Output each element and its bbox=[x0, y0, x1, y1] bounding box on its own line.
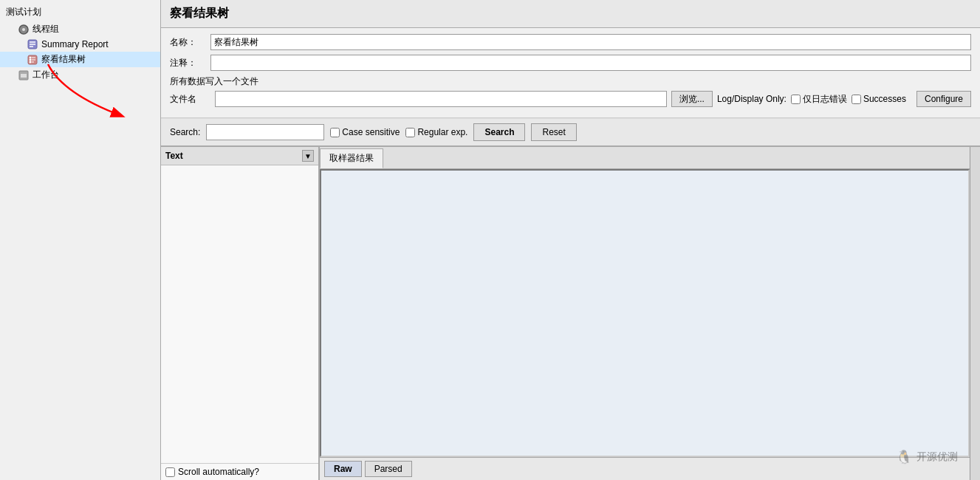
search-bar: Search: Case sensitive Regular exp. Sear… bbox=[161, 118, 980, 146]
sidebar-item-thread-group[interactable]: 线程组 bbox=[0, 21, 160, 37]
scrollbar-track bbox=[970, 147, 980, 480]
svg-point-1 bbox=[22, 28, 25, 31]
name-row: 名称： bbox=[170, 34, 971, 50]
right-scrollbar[interactable] bbox=[970, 147, 980, 480]
log-display-label: Log/Display Only: bbox=[717, 94, 787, 104]
file-input[interactable] bbox=[215, 91, 667, 107]
tree-dropdown-button[interactable]: ▼ bbox=[302, 150, 314, 162]
successes-label: Successes bbox=[863, 94, 906, 104]
successes-checkbox-label[interactable]: Successes bbox=[851, 94, 906, 104]
search-label: Search: bbox=[170, 127, 200, 137]
sidebar-item-view-tree-label: 察看结果树 bbox=[41, 53, 86, 66]
scroll-auto-label: Scroll automatically? bbox=[178, 467, 259, 477]
summary-icon bbox=[27, 38, 38, 50]
thread-group-icon bbox=[18, 24, 30, 35]
results-tab-bar: 取样器结果 bbox=[320, 147, 970, 169]
regex-checkbox[interactable] bbox=[405, 128, 415, 137]
svg-rect-14 bbox=[21, 74, 27, 78]
results-panel: 取样器结果 Raw Parsed bbox=[320, 147, 970, 480]
tree-column-label: Text bbox=[165, 151, 302, 161]
results-tab-sampler[interactable]: 取样器结果 bbox=[320, 148, 383, 168]
tree-panel: Text ▼ Scroll automatically? bbox=[161, 147, 320, 480]
main-panel: 察看结果树 名称： 注释： 所有数据写入一个文件 文件名 浏览... Log/D… bbox=[161, 0, 980, 480]
sidebar-item-workbench[interactable]: 工作台 bbox=[0, 67, 160, 83]
search-button[interactable]: Search bbox=[473, 123, 525, 141]
search-input[interactable] bbox=[206, 124, 324, 140]
tree-content[interactable] bbox=[161, 165, 318, 463]
svg-point-8 bbox=[30, 58, 32, 61]
successes-checkbox[interactable] bbox=[851, 95, 861, 104]
sidebar-item-summary-report[interactable]: Summary Report bbox=[0, 37, 160, 52]
sidebar-item-workbench-label: 工作台 bbox=[32, 69, 59, 81]
error-only-checkbox[interactable] bbox=[791, 95, 801, 104]
case-sensitive-checkbox[interactable] bbox=[330, 128, 340, 137]
comment-input[interactable] bbox=[210, 55, 971, 71]
tree-header: Text ▼ bbox=[161, 147, 318, 165]
browse-button[interactable]: 浏览... bbox=[671, 91, 713, 107]
file-row: 文件名 浏览... Log/Display Only: 仅日志错误 Succes… bbox=[170, 91, 971, 107]
sidebar: 测试计划 线程组 Summary Report bbox=[0, 0, 161, 480]
case-sensitive-text: Case sensitive bbox=[342, 127, 400, 137]
parsed-button[interactable]: Parsed bbox=[365, 461, 412, 477]
form-area: 名称： 注释： 所有数据写入一个文件 文件名 浏览... Log/Display… bbox=[161, 28, 980, 118]
results-content[interactable] bbox=[320, 169, 970, 457]
sidebar-item-view-tree[interactable]: 察看结果树 bbox=[0, 52, 160, 67]
comment-row: 注释： bbox=[170, 55, 971, 71]
comment-label: 注释： bbox=[170, 57, 210, 69]
scroll-auto-checkbox[interactable] bbox=[165, 467, 175, 477]
tree-footer: Scroll automatically? bbox=[161, 463, 318, 480]
configure-button[interactable]: Configure bbox=[916, 91, 971, 107]
file-label: 文件名 bbox=[170, 93, 210, 106]
regex-label[interactable]: Regular exp. bbox=[405, 127, 467, 137]
sidebar-header: 测试计划 bbox=[0, 3, 160, 21]
reset-button[interactable]: Reset bbox=[531, 123, 576, 141]
results-footer: Raw Parsed bbox=[320, 457, 970, 480]
raw-button[interactable]: Raw bbox=[324, 461, 362, 477]
panel-title: 察看结果树 bbox=[161, 0, 980, 28]
workbench-icon bbox=[18, 69, 30, 81]
error-only-label: 仅日志错误 bbox=[803, 93, 847, 106]
svg-point-7 bbox=[30, 56, 32, 58]
error-only-checkbox-label[interactable]: 仅日志错误 bbox=[791, 93, 847, 106]
file-section-label: 所有数据写入一个文件 bbox=[170, 75, 971, 88]
svg-point-9 bbox=[30, 61, 32, 63]
split-pane: Text ▼ Scroll automatically? 取样器结果 Raw P… bbox=[161, 146, 980, 480]
name-input[interactable] bbox=[210, 34, 971, 50]
view-tree-icon bbox=[27, 54, 38, 66]
regex-text: Regular exp. bbox=[417, 127, 467, 137]
name-label: 名称： bbox=[170, 36, 210, 49]
case-sensitive-label[interactable]: Case sensitive bbox=[330, 127, 400, 137]
sidebar-item-thread-group-label: 线程组 bbox=[32, 23, 59, 35]
sidebar-item-summary-label: Summary Report bbox=[41, 39, 109, 49]
